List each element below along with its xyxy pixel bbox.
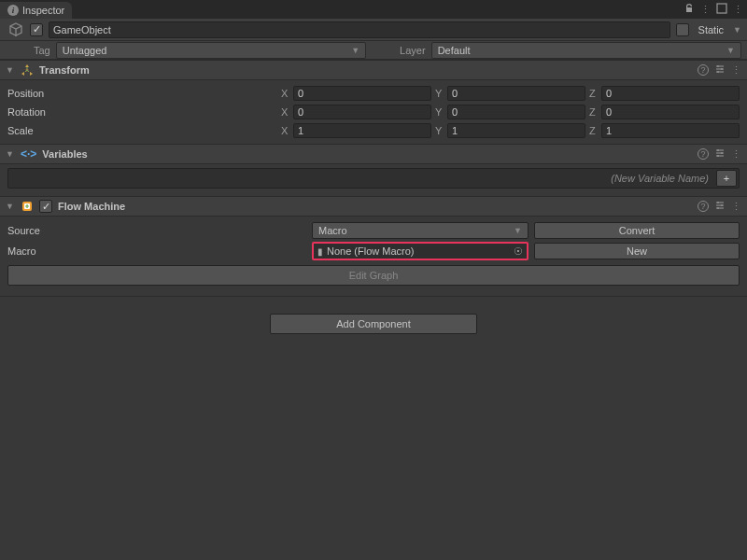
inspector-tab[interactable]: i Inspector — [0, 2, 72, 19]
tag-dropdown[interactable]: Untagged ▼ — [56, 42, 366, 59]
variables-icon: <·> — [21, 147, 36, 161]
help-icon[interactable]: ? — [698, 64, 709, 76]
tag-value: Untagged — [63, 45, 107, 56]
scale-z-input[interactable] — [601, 123, 740, 138]
layer-dropdown[interactable]: Default ▼ — [431, 42, 741, 59]
axis-label-y: Y — [435, 88, 444, 99]
chevron-down-icon: ▼ — [351, 46, 359, 55]
convert-button[interactable]: Convert — [534, 222, 740, 239]
rotation-y-input[interactable] — [447, 105, 585, 119]
rotation-x-input[interactable] — [293, 105, 431, 119]
edit-graph-button[interactable]: Edit Graph — [7, 265, 740, 286]
layer-label: Layer — [400, 45, 426, 56]
gameobject-icon[interactable] — [7, 21, 24, 38]
component-menu-dots[interactable]: ⋮ — [731, 201, 741, 213]
prop-label: Rotation — [7, 106, 281, 118]
flowmachine-title: Flow Machine — [58, 201, 692, 212]
static-checkbox[interactable] — [676, 23, 689, 36]
transform-icon — [21, 63, 34, 77]
preset-icon[interactable] — [714, 63, 726, 77]
active-checkbox[interactable] — [30, 23, 43, 36]
svg-rect-0 — [717, 4, 726, 13]
prop-label: Position — [7, 88, 281, 99]
scale-y-input[interactable] — [447, 123, 585, 138]
lock-icon[interactable] — [684, 3, 695, 16]
rotation-z-input[interactable] — [601, 105, 740, 119]
axis-label-x: X — [281, 125, 290, 136]
source-value: Macro — [318, 225, 347, 236]
variables-foldout[interactable]: ▼ — [6, 149, 15, 159]
axis-label-z: Z — [589, 88, 599, 99]
flowmachine-icon — [21, 200, 34, 213]
macro-asset-icon: ▮ — [317, 246, 323, 257]
context-menu-dots[interactable]: ⋮ — [700, 4, 711, 16]
position-y-input[interactable] — [447, 86, 585, 101]
flowmachine-enable-checkbox[interactable] — [39, 200, 52, 213]
axis-label-z: Z — [589, 125, 599, 136]
position-x-input[interactable] — [293, 86, 431, 101]
axis-label-z: Z — [589, 106, 599, 118]
help-icon[interactable]: ? — [698, 148, 709, 160]
tab-title: Inspector — [22, 5, 64, 16]
preset-icon[interactable] — [714, 147, 726, 161]
preset-icon[interactable] — [714, 200, 726, 213]
static-label: Static — [695, 24, 728, 35]
static-dropdown-arrow[interactable]: ▼ — [733, 25, 741, 35]
maximize-icon[interactable] — [716, 3, 727, 16]
new-variable-placeholder: (New Variable Name) — [8, 173, 714, 184]
object-picker-icon[interactable]: ☉ — [514, 245, 523, 258]
help-icon[interactable]: ? — [698, 201, 709, 212]
axis-label-y: Y — [435, 106, 444, 118]
transform-title: Transform — [39, 64, 692, 76]
macro-object-field[interactable]: ▮ None (Flow Macro) ☉ — [312, 242, 529, 260]
source-dropdown[interactable]: Macro ▼ — [312, 222, 529, 239]
add-component-button[interactable]: Add Component — [270, 314, 477, 334]
macro-value: None (Flow Macro) — [327, 245, 415, 257]
component-menu-dots[interactable]: ⋮ — [731, 64, 741, 77]
chevron-down-icon: ▼ — [726, 46, 735, 55]
chevron-down-icon: ▼ — [514, 226, 522, 235]
macro-label: Macro — [7, 245, 306, 257]
scale-x-input[interactable] — [293, 123, 431, 138]
source-label: Source — [7, 225, 306, 236]
axis-label-x: X — [281, 88, 290, 99]
gameobject-name-input[interactable] — [49, 21, 670, 38]
component-menu-dots[interactable]: ⋮ — [731, 148, 741, 161]
new-button[interactable]: New — [534, 243, 740, 259]
position-z-input[interactable] — [601, 86, 740, 101]
window-menu-dots[interactable]: ⋮ — [733, 4, 743, 16]
transform-foldout[interactable]: ▼ — [6, 65, 15, 75]
flowmachine-foldout[interactable]: ▼ — [6, 202, 15, 211]
tag-label: Tag — [34, 45, 50, 56]
axis-label-y: Y — [435, 125, 444, 136]
add-variable-button[interactable]: + — [716, 170, 737, 187]
layer-value: Default — [438, 45, 471, 56]
prop-label: Scale — [7, 125, 281, 136]
axis-label-x: X — [281, 106, 290, 118]
inspector-icon: i — [7, 5, 19, 16]
variables-title: Variables — [42, 148, 692, 160]
